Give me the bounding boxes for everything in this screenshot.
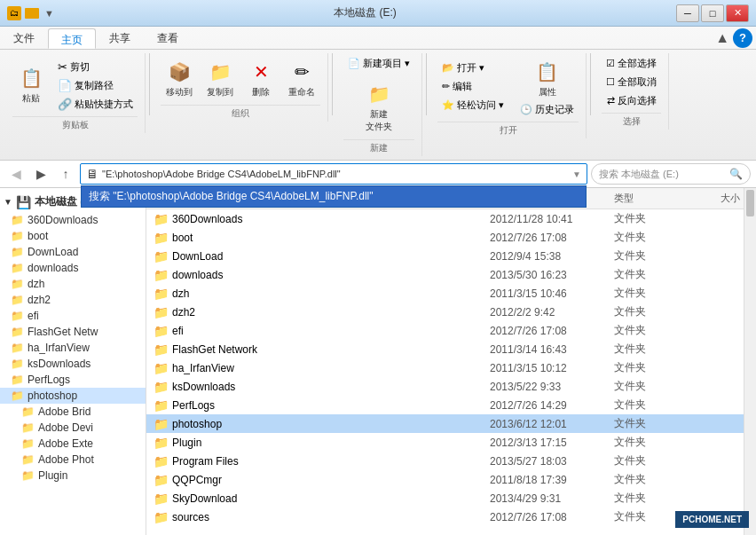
sidebar-item-downloads[interactable]: 📁 downloads bbox=[0, 260, 146, 276]
sidebar-item-perflogs[interactable]: 📁 PerfLogs bbox=[0, 372, 146, 388]
sidebar-item-adobe-photo[interactable]: 📁 Adobe Phot bbox=[0, 452, 146, 468]
invert-label: 反向选择 bbox=[618, 94, 657, 107]
sidebar-item-photoshop[interactable]: 📁 photoshop bbox=[0, 388, 146, 404]
delete-button[interactable]: ✕ 删除 bbox=[242, 55, 280, 101]
tab-home[interactable]: 主页 bbox=[48, 28, 96, 49]
copy-path-button[interactable]: 📄 复制路径 bbox=[53, 77, 138, 94]
tab-file[interactable]: 文件 bbox=[0, 27, 48, 49]
col-size-header[interactable]: 大小 bbox=[673, 190, 744, 207]
table-row[interactable]: 📁 DownLoad 2012/9/4 15:38 文件夹 bbox=[146, 247, 744, 265]
file-date-cell: 2012/7/26 17:08 bbox=[486, 231, 610, 245]
edit-button[interactable]: ✏ 编辑 bbox=[437, 78, 508, 95]
copy-to-icon: 📁 bbox=[206, 58, 234, 86]
address-dropdown-arrow[interactable]: ▼ bbox=[572, 169, 581, 179]
folder-icon: 📁 bbox=[154, 287, 169, 301]
file-size-cell bbox=[673, 442, 744, 444]
table-row[interactable]: 📁 360Downloads 2012/11/28 10:41 文件夹 bbox=[146, 209, 744, 228]
new-item-icon: 📄 bbox=[348, 58, 360, 69]
organize-group: 📦 移动到 📁 复制到 ✕ 删除 ✏ 重命名 组织 bbox=[154, 53, 328, 122]
sidebar-item-flashget[interactable]: 📁 FlashGet Netw bbox=[0, 324, 146, 340]
table-row[interactable]: 📁 downloads 2013/5/30 16:23 文件夹 bbox=[146, 265, 744, 284]
search-box[interactable]: 搜索 本地磁盘 (E:) 🔍 bbox=[591, 163, 751, 185]
select-all-button[interactable]: ☑ 全部选择 bbox=[602, 55, 661, 72]
address-box[interactable]: 🖥 "E:\photoshop\Adobe Bridge CS4\AdobeLM… bbox=[80, 163, 587, 185]
table-row[interactable]: 📁 Plugin 2012/3/13 17:15 文件夹 bbox=[146, 433, 744, 452]
close-button[interactable]: ✕ bbox=[726, 4, 749, 22]
rename-button[interactable]: ✏ 重命名 bbox=[283, 55, 320, 101]
folder-icon: 📁 bbox=[154, 473, 169, 487]
paste-shortcut-button[interactable]: 🔗 粘贴快捷方式 bbox=[53, 96, 138, 113]
left-panel: ▼ 💾 本地磁盘 (E:) 📁 360Downloads 📁 boot 📁 Do… bbox=[0, 188, 146, 535]
table-row[interactable]: 📁 FlashGet Network 2011/3/14 16:43 文件夹 bbox=[146, 340, 744, 358]
new-folder-button[interactable]: 📁 新建 文件夹 bbox=[360, 77, 398, 136]
sidebar-item-plugin[interactable]: 📁 Plugin bbox=[0, 468, 146, 484]
copy-to-label: 复制到 bbox=[207, 86, 233, 98]
file-name-text: efi bbox=[172, 325, 184, 337]
folder-icon: 📁 bbox=[154, 249, 169, 264]
table-row[interactable]: 📁 boot 2012/7/26 17:08 文件夹 bbox=[146, 228, 744, 247]
file-name-cell: 📁 Plugin bbox=[146, 435, 486, 451]
move-button[interactable]: 📦 移动到 bbox=[161, 55, 198, 101]
open-button[interactable]: 📂 打开 ▾ bbox=[437, 59, 508, 76]
file-date-cell: 2012/3/13 17:15 bbox=[486, 436, 610, 450]
table-row[interactable]: 📁 Program Files 2013/5/27 18:03 文件夹 bbox=[146, 452, 744, 470]
address-path: "E:\photoshop\Adobe Bridge CS4\AdobeLM_l… bbox=[102, 169, 569, 179]
sidebar-item-efi[interactable]: 📁 efi bbox=[0, 308, 146, 324]
table-row[interactable]: 📁 QQPCmgr 2011/8/18 17:39 文件夹 bbox=[146, 470, 744, 489]
sidebar-item-label: Adobe Exte bbox=[38, 437, 93, 450]
sidebar-item-adobe-device[interactable]: 📁 Adobe Devi bbox=[0, 420, 146, 436]
copy-path-icon: 📄 bbox=[58, 79, 72, 92]
new-item-button[interactable]: 📄 新建项目 ▾ bbox=[343, 55, 414, 72]
up-button[interactable]: ↑ bbox=[55, 164, 76, 184]
col-type-header[interactable]: 类型 bbox=[610, 190, 673, 207]
maximize-button[interactable]: □ bbox=[701, 4, 724, 22]
tab-view[interactable]: 查看 bbox=[144, 27, 192, 49]
back-button[interactable]: ◀ bbox=[5, 164, 27, 184]
clipboard-label: 剪贴板 bbox=[12, 116, 138, 131]
cut-button[interactable]: ✂ 剪切 bbox=[53, 59, 138, 75]
autocomplete-dropdown[interactable]: 搜索 "E:\photoshop\Adobe Bridge CS4\AdobeL… bbox=[81, 185, 587, 208]
table-row[interactable]: 📁 PerfLogs 2012/7/26 14:29 文件夹 bbox=[146, 396, 744, 414]
table-row[interactable]: 📁 dzh 2011/3/15 10:46 文件夹 bbox=[146, 284, 744, 303]
sidebar-item-360downloads[interactable]: 📁 360Downloads bbox=[0, 212, 146, 228]
paste-button[interactable]: 📋 粘贴 bbox=[12, 61, 50, 107]
help-button[interactable]: ? bbox=[733, 28, 752, 48]
sidebar-item-ha-irfanview[interactable]: 📁 ha_IrfanView bbox=[0, 340, 146, 356]
select-none-button[interactable]: ☐ 全部取消 bbox=[602, 74, 661, 90]
table-row[interactable]: 📁 ha_IrfanView 2011/3/15 10:12 文件夹 bbox=[146, 358, 744, 377]
file-size-cell bbox=[673, 237, 744, 239]
file-date-cell: 2013/5/30 16:23 bbox=[486, 268, 610, 282]
sidebar-item-download[interactable]: 📁 DownLoad bbox=[0, 244, 146, 260]
folder-icon: 📁 bbox=[11, 230, 24, 242]
sidebar-item-dzh[interactable]: 📁 dzh bbox=[0, 276, 146, 292]
organize-label: 组织 bbox=[161, 105, 320, 120]
table-row[interactable]: 📁 dzh2 2012/2/2 9:42 文件夹 bbox=[146, 303, 744, 321]
scrollbar-thumb[interactable] bbox=[746, 190, 754, 216]
tab-share[interactable]: 共享 bbox=[96, 27, 144, 49]
easy-access-button[interactable]: ⭐ 轻松访问 ▾ bbox=[437, 97, 508, 114]
table-row[interactable]: 📁 efi 2012/7/26 17:08 文件夹 bbox=[146, 321, 744, 340]
table-row[interactable]: 📁 sources 2012/7/26 17:08 文件夹 bbox=[146, 507, 744, 526]
folder-icon: 📁 bbox=[154, 417, 169, 431]
copy-to-button[interactable]: 📁 复制到 bbox=[201, 55, 239, 101]
collapse-ribbon-btn[interactable]: ▲ bbox=[715, 30, 729, 46]
properties-button[interactable]: 📋 属性 bbox=[529, 55, 566, 101]
history-button[interactable]: 🕒 历史记录 bbox=[516, 101, 579, 118]
sidebar-item-boot[interactable]: 📁 boot bbox=[0, 228, 146, 244]
sidebar-item-ksdownloads[interactable]: 📁 ksDownloads bbox=[0, 356, 146, 372]
folder-icon: 📁 bbox=[21, 453, 35, 466]
file-name-text: SkyDownload bbox=[172, 492, 237, 505]
table-row[interactable]: 📁 photoshop 2013/6/12 12:01 文件夹 bbox=[146, 414, 744, 433]
scrollbar[interactable] bbox=[744, 188, 756, 535]
table-row[interactable]: 📁 SkyDownload 2013/4/29 9:31 文件夹 bbox=[146, 489, 744, 507]
autocomplete-text: 搜索 "E:\photoshop\Adobe Bridge CS4\AdobeL… bbox=[89, 190, 373, 202]
invert-select-button[interactable]: ⇄ 反向选择 bbox=[602, 92, 661, 109]
folder-icon: 📁 bbox=[154, 324, 169, 338]
forward-button[interactable]: ▶ bbox=[30, 164, 51, 184]
sidebar-item-dzh2[interactable]: 📁 dzh2 bbox=[0, 292, 146, 308]
minimize-button[interactable]: ─ bbox=[676, 4, 699, 22]
sidebar-item-adobe-bridge[interactable]: 📁 Adobe Brid bbox=[0, 404, 146, 420]
sidebar-item-adobe-extend[interactable]: 📁 Adobe Exte bbox=[0, 436, 146, 452]
paste-icon: 📋 bbox=[17, 64, 45, 92]
table-row[interactable]: 📁 ksDownloads 2013/5/22 9:33 文件夹 bbox=[146, 377, 744, 396]
